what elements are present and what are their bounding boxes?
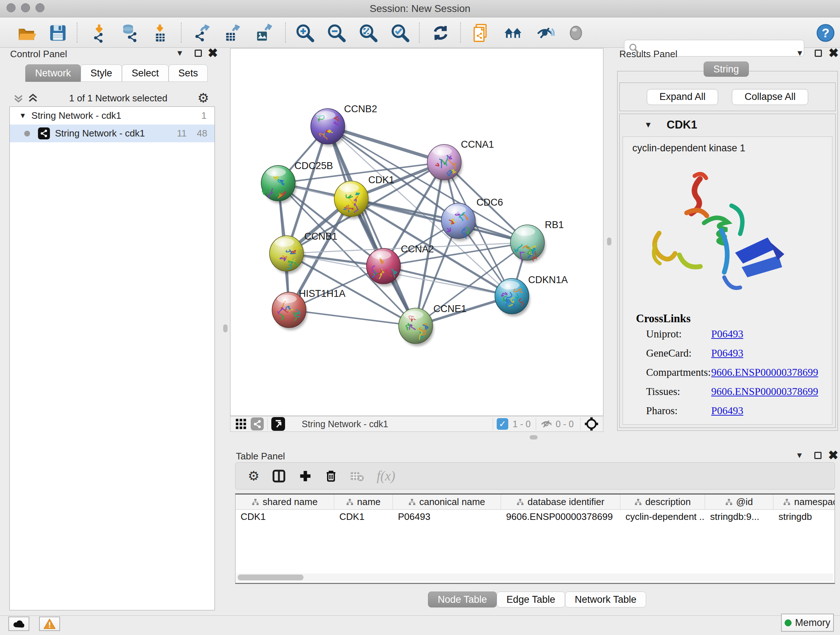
import-table-button[interactable] <box>149 22 171 44</box>
network-row[interactable]: String Network - cdk1 11 48 <box>10 125 215 142</box>
zoom-in-button[interactable] <box>294 22 316 44</box>
expand-all-icon[interactable] <box>27 92 39 104</box>
export-network-button[interactable] <box>191 22 213 44</box>
network-edge[interactable] <box>384 266 512 296</box>
expand-all-button[interactable]: Expand All <box>647 89 718 105</box>
save-session-button[interactable] <box>47 22 69 44</box>
left-splitter-handle[interactable] <box>223 325 227 333</box>
control-panel-close-icon[interactable]: ✖ <box>208 49 218 57</box>
toolbar-separator <box>419 22 420 43</box>
collapse-all-button[interactable]: Collapse All <box>732 89 808 105</box>
grid-view-icon[interactable] <box>235 418 247 430</box>
crosslink-row: Uniprot: P06493 <box>646 328 744 340</box>
scrollbar-thumb[interactable] <box>238 575 303 580</box>
network-collection-row[interactable]: ▼ String Network - cdk1 1 <box>10 107 215 125</box>
network-badge-icon[interactable] <box>251 417 264 431</box>
hide-unhide-button[interactable] <box>534 22 556 44</box>
results-panel-collapse-icon[interactable]: ▼ <box>796 49 804 58</box>
string-tab-label[interactable]: String <box>704 62 749 77</box>
table-panel-tabs: Node Table Edge Table Network Table <box>428 592 646 608</box>
table-cell[interactable]: 9606.ENSP00000378699 <box>501 510 621 524</box>
column-header-description[interactable]: description <box>621 494 705 509</box>
gene-section-header[interactable]: ▼ CDK1 <box>620 114 835 136</box>
table-cell[interactable]: CDK1 <box>235 510 334 524</box>
column-header-shared-name[interactable]: shared name <box>235 494 334 509</box>
collapse-all-icon[interactable] <box>12 92 25 104</box>
node-gloss <box>277 295 297 303</box>
tab-sets[interactable]: Sets <box>169 65 208 82</box>
table-cell[interactable]: cyclin-dependent ... <box>621 510 705 524</box>
refresh-layout-button[interactable] <box>430 22 452 44</box>
open-in-window-icon[interactable] <box>271 417 285 431</box>
network-node-count: 11 <box>177 128 187 139</box>
crosslink-compartments-link[interactable]: 9606.ENSP00000378699 <box>711 366 818 378</box>
table-cell[interactable]: P06493 <box>393 510 501 524</box>
import-network-from-database-button[interactable] <box>118 22 140 44</box>
help-button[interactable]: ? <box>815 22 836 44</box>
node-label-ccna1: CCNA1 <box>461 139 494 150</box>
show-hide-panel-button[interactable] <box>565 22 587 44</box>
crosslink-genecard-link[interactable]: P06493 <box>711 347 744 359</box>
crosslink-pharos-link[interactable]: P06493 <box>711 405 744 417</box>
tab-network[interactable]: Network <box>25 65 81 82</box>
open-session-button[interactable] <box>16 22 37 44</box>
create-column-plus-icon[interactable] <box>298 469 312 483</box>
svg-text:?: ? <box>821 26 829 40</box>
table-panel-float-icon[interactable] <box>814 452 821 459</box>
export-table-button[interactable] <box>222 22 244 44</box>
node-label-cdkn1a: CDKN1A <box>528 274 568 285</box>
warnings-button[interactable] <box>39 616 60 631</box>
gene-disclosure-triangle-icon[interactable]: ▼ <box>644 120 652 130</box>
tab-edge-table[interactable]: Edge Table <box>497 592 565 608</box>
cloud-status-button[interactable] <box>8 616 29 631</box>
results-panel-close-icon[interactable]: ✖ <box>829 49 839 57</box>
network-options-gear-icon[interactable]: ⚙ <box>197 92 209 105</box>
tab-network-table[interactable]: Network Table <box>565 592 646 608</box>
string-import-button[interactable] <box>470 22 492 44</box>
function-builder-icon: f(x) <box>377 468 395 484</box>
column-header-namespace[interactable]: namespace <box>774 494 835 509</box>
current-network-title: String Network - cdk1 <box>302 419 388 429</box>
bottom-splitter-handle[interactable] <box>530 435 538 440</box>
table-cell[interactable]: stringdb:9... <box>705 510 774 524</box>
crosslink-tissues-link[interactable]: 9606.ENSP00000378699 <box>711 386 818 397</box>
selected-checkbox-icon[interactable]: ✓ <box>497 418 508 430</box>
delete-column-trash-icon[interactable] <box>325 470 338 483</box>
table-panel-close-icon[interactable]: ✖ <box>828 451 838 459</box>
home-networks-button[interactable] <box>502 22 524 44</box>
column-header--id[interactable]: @id <box>705 494 774 509</box>
show-columns-icon[interactable] <box>272 469 286 483</box>
zoom-out-button[interactable] <box>325 22 347 44</box>
table-horizontal-scrollbar[interactable] <box>236 573 833 581</box>
table-row[interactable]: CDK1CDK1P064939606.ENSP00000378699cyclin… <box>235 510 835 524</box>
network-edge[interactable] <box>289 310 416 326</box>
table-cell[interactable]: stringdb <box>774 510 835 524</box>
birdseye-view-icon[interactable] <box>584 417 599 431</box>
memory-button[interactable]: Memory <box>781 614 834 632</box>
table-settings-gear-icon[interactable]: ⚙ <box>248 470 259 483</box>
node-table[interactable]: shared namenamecanonical namedatabase id… <box>235 494 835 584</box>
right-splitter-handle[interactable] <box>607 238 611 245</box>
zoom-fit-button[interactable] <box>357 22 379 44</box>
tab-node-table[interactable]: Node Table <box>428 592 497 608</box>
tab-style[interactable]: Style <box>81 65 122 82</box>
control-panel-collapse-icon[interactable]: ▼ <box>176 49 184 58</box>
tab-string-results[interactable]: String <box>704 62 749 77</box>
column-header-canonical-name[interactable]: canonical name <box>393 494 501 509</box>
tab-select[interactable]: Select <box>122 65 169 82</box>
table-panel-collapse-icon[interactable]: ▼ <box>796 451 804 460</box>
node-gloss <box>447 206 466 214</box>
results-panel-float-icon[interactable] <box>815 50 822 57</box>
minimize-window-button[interactable] <box>21 3 30 12</box>
import-network-button[interactable] <box>88 22 110 44</box>
column-header-name[interactable]: name <box>334 494 393 509</box>
control-panel-float-icon[interactable] <box>195 50 202 57</box>
crosslink-uniprot-link[interactable]: P06493 <box>711 328 744 340</box>
zoom-window-button[interactable] <box>35 3 44 12</box>
export-image-button[interactable] <box>253 22 275 44</box>
column-header-database-identifier[interactable]: database identifier <box>501 494 621 509</box>
disclosure-triangle-icon[interactable]: ▼ <box>19 111 27 120</box>
close-window-button[interactable] <box>6 3 16 12</box>
zoom-selected-button[interactable] <box>389 22 411 44</box>
table-cell[interactable]: CDK1 <box>334 510 393 524</box>
